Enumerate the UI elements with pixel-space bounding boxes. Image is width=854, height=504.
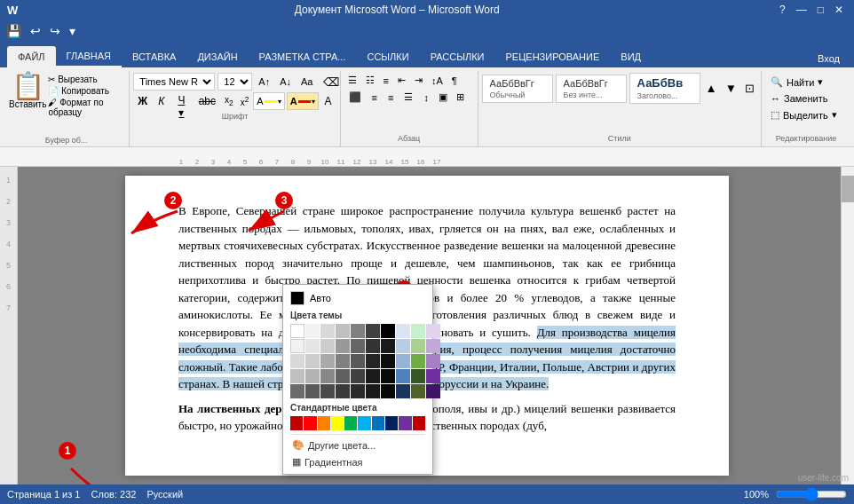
tab-layout[interactable]: РАЗМЕТКА СТРА... <box>249 46 357 67</box>
color-swatch[interactable] <box>290 354 304 368</box>
std-color-swatch[interactable] <box>385 416 398 430</box>
bold-button[interactable]: Ж <box>133 92 152 110</box>
color-swatch[interactable] <box>305 324 320 338</box>
color-swatch[interactable] <box>305 339 320 353</box>
color-swatch[interactable] <box>381 354 395 368</box>
color-swatch[interactable] <box>396 369 410 383</box>
font-name-select[interactable]: Times New R <box>133 73 215 91</box>
color-auto-option[interactable]: Авто <box>287 288 429 308</box>
scrollbar-vertical[interactable] <box>841 167 854 484</box>
tab-review[interactable]: РЕЦЕНЗИРОВАНИЕ <box>495 46 611 67</box>
numbering-button[interactable]: ☷ <box>362 73 378 88</box>
color-swatch[interactable] <box>320 324 335 338</box>
color-swatch[interactable] <box>381 384 395 398</box>
color-swatch[interactable] <box>366 339 380 353</box>
color-swatch[interactable] <box>381 369 395 383</box>
color-swatch[interactable] <box>381 324 395 338</box>
align-left-button[interactable]: ⬛ <box>344 90 366 105</box>
color-swatch[interactable] <box>336 339 350 353</box>
borders-button[interactable]: ⊞ <box>453 90 468 105</box>
color-swatch[interactable] <box>396 324 410 338</box>
maximize-button[interactable]: □ <box>814 4 827 16</box>
italic-button[interactable]: К <box>154 92 169 110</box>
scrollbar-thumb[interactable] <box>842 176 854 202</box>
increase-indent-button[interactable]: ⇥ <box>411 73 426 88</box>
tab-mailings[interactable]: РАССЫЛКИ <box>420 46 495 67</box>
color-swatch[interactable] <box>411 324 425 338</box>
color-swatch[interactable] <box>366 354 380 368</box>
tab-design[interactable]: ДИЗАЙН <box>186 46 248 67</box>
tab-references[interactable]: ССЫЛКИ <box>356 46 419 67</box>
align-right-button[interactable]: ≡ <box>384 91 398 105</box>
styles-more[interactable]: ⊡ <box>742 79 757 98</box>
color-swatch[interactable] <box>290 369 304 383</box>
color-swatch[interactable] <box>336 354 350 368</box>
color-swatch[interactable] <box>366 384 380 398</box>
tab-home[interactable]: ГЛАВНАЯ <box>56 46 122 67</box>
sort-button[interactable]: ↕A <box>428 74 447 88</box>
std-color-swatch[interactable] <box>318 416 330 430</box>
color-swatch[interactable] <box>336 384 350 398</box>
replace-button[interactable]: ↔ Заменить <box>767 91 845 106</box>
color-swatch[interactable] <box>426 324 440 338</box>
strikethrough-button[interactable]: abc <box>194 92 220 110</box>
font-grow-button[interactable]: A↑ <box>255 73 273 91</box>
std-color-swatch[interactable] <box>331 416 344 430</box>
multilevel-list-button[interactable]: ≡ <box>380 74 392 88</box>
std-color-swatch[interactable] <box>344 416 357 430</box>
color-swatch[interactable] <box>320 354 335 368</box>
color-swatch[interactable] <box>426 369 440 383</box>
close-button[interactable]: ✕ <box>831 4 847 16</box>
color-swatch[interactable] <box>411 354 425 368</box>
select-button[interactable]: ⬚ Выделить ▾ <box>767 107 845 122</box>
copy-button[interactable]: 📄 Копировать <box>48 86 123 96</box>
style-normal[interactable]: АаБбВвГг Обычный <box>482 75 553 103</box>
std-color-swatch[interactable] <box>358 416 370 430</box>
color-swatch[interactable] <box>366 369 380 383</box>
std-color-swatch[interactable] <box>372 416 384 430</box>
decrease-indent-button[interactable]: ⇤ <box>394 73 409 88</box>
color-swatch[interactable] <box>336 369 350 383</box>
line-spacing-button[interactable]: ↕ <box>419 91 433 105</box>
format-painter-button[interactable]: 🖌 Формат по образцу <box>48 98 123 117</box>
color-swatch[interactable] <box>351 369 365 383</box>
color-swatch[interactable] <box>396 384 410 398</box>
clear-format-button[interactable]: ⌫ <box>320 73 343 91</box>
color-swatch[interactable] <box>411 369 425 383</box>
color-swatch[interactable] <box>351 354 365 368</box>
redo-button[interactable]: ↪ <box>47 22 63 40</box>
underline-button[interactable]: Ч ▾ <box>170 92 192 110</box>
zoom-slider[interactable] <box>776 487 847 501</box>
superscript-button[interactable]: x2 <box>238 92 252 110</box>
color-swatch[interactable] <box>290 384 304 398</box>
minimize-button[interactable]: — <box>793 4 811 16</box>
color-swatch[interactable] <box>305 354 320 368</box>
color-swatch[interactable] <box>290 339 304 353</box>
cut-button[interactable]: ✂ Вырезать <box>48 75 123 84</box>
shading-button[interactable]: ▣ <box>435 90 451 105</box>
color-swatch[interactable] <box>336 324 350 338</box>
paste-button[interactable]: 📋 Вставить <box>9 73 46 109</box>
align-center-button[interactable]: ≡ <box>368 91 382 105</box>
other-colors-option[interactable]: 🎨 Другие цвета... <box>287 437 429 453</box>
color-swatch[interactable] <box>320 384 335 398</box>
tab-insert[interactable]: ВСТАВКА <box>122 46 186 67</box>
bullets-button[interactable]: ☰ <box>344 73 360 88</box>
gradient-option[interactable]: ▦ Градиентная <box>287 453 429 470</box>
std-color-swatch[interactable] <box>399 416 411 430</box>
show-marks-button[interactable]: ¶ <box>448 74 461 88</box>
color-swatch[interactable] <box>381 339 395 353</box>
save-button[interactable]: 💾 <box>4 22 24 40</box>
color-swatch[interactable] <box>351 384 365 398</box>
color-swatch[interactable] <box>305 369 320 383</box>
style-heading1[interactable]: АаБбВв Заголово... <box>629 73 700 104</box>
font-shrink-button[interactable]: A↓ <box>276 73 295 91</box>
color-swatch[interactable] <box>305 384 320 398</box>
font-color-button[interactable]: A ▾ <box>287 92 319 110</box>
color-swatch[interactable] <box>426 354 440 368</box>
font-size-select[interactable]: 12 <box>217 73 252 91</box>
color-swatch[interactable] <box>411 384 425 398</box>
color-swatch[interactable] <box>396 339 410 353</box>
tab-view[interactable]: ВИД <box>610 46 652 67</box>
color-swatch[interactable] <box>320 339 335 353</box>
